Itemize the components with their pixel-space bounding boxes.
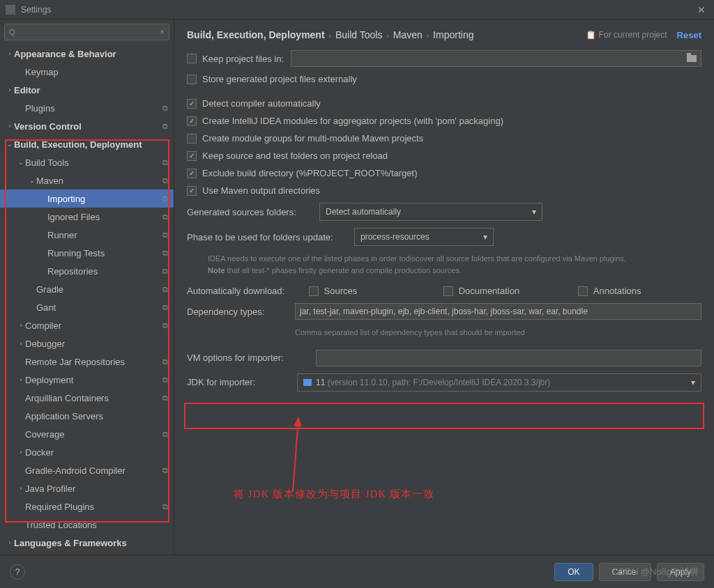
tree-item-label: Gradle-Android Compiler: [25, 465, 162, 476]
settings-tree: ›Appearance & BehaviorKeymap›EditorPlugi…: [0, 45, 174, 555]
keep-files-label: Keep project files in:: [202, 54, 284, 64]
vm-input[interactable]: [316, 350, 701, 366]
tree-item-gradle-android-compiler[interactable]: Gradle-Android Compiler⧉: [0, 461, 174, 479]
tree-item-build-tools[interactable]: ⌄Build Tools⧉: [0, 153, 174, 171]
project-scope-icon: ⧉: [162, 285, 168, 294]
tree-item-editor[interactable]: ›Editor: [0, 81, 174, 99]
detect-compiler-checkbox[interactable]: [187, 99, 197, 109]
use-maven-out-checkbox[interactable]: [187, 186, 197, 196]
tree-item-remote-jar-repositories[interactable]: Remote Jar Repositories⧉: [0, 353, 174, 371]
project-scope-icon: ⧉: [162, 303, 168, 312]
keep-files-checkbox[interactable]: [187, 54, 197, 63]
keep-folders-checkbox[interactable]: [187, 151, 197, 161]
apply-button[interactable]: Apply: [657, 563, 704, 581]
auto-dl-label: Automatically download:: [187, 286, 309, 296]
tree-item-running-tests[interactable]: Running Tests⧉: [0, 244, 174, 262]
create-groups-checkbox[interactable]: [187, 134, 197, 144]
jdk-icon: [303, 379, 312, 386]
gen-sources-dropdown[interactable]: Detect automatically: [319, 203, 542, 221]
tree-item-label: Trusted Locations: [25, 520, 168, 530]
jdk-label: JDK for importer:: [187, 377, 297, 387]
tree-item-arquillian-containers[interactable]: Arquillian Containers⧉: [0, 389, 174, 407]
tree-item-ignored-files[interactable]: Ignored Files⧉: [0, 208, 174, 226]
tree-item-languages-frameworks[interactable]: ›Languages & Frameworks: [0, 534, 174, 552]
tree-item-docker[interactable]: ›Docker: [0, 443, 174, 461]
tree-item-label: Build Tools: [25, 157, 162, 168]
chevron-icon: ⌄: [28, 177, 36, 184]
tree-item-gradle[interactable]: Gradle⧉: [0, 280, 174, 298]
sources-checkbox[interactable]: [309, 286, 319, 296]
tree-item-keymap[interactable]: Keymap: [0, 63, 174, 81]
close-icon[interactable]: ✕: [694, 4, 708, 15]
annot-checkbox[interactable]: [578, 286, 588, 296]
help-button[interactable]: ?: [10, 564, 25, 580]
tree-item-label: Ignored Files: [47, 212, 162, 222]
docs-checkbox[interactable]: [443, 286, 453, 296]
tree-item-plugins[interactable]: Plugins⧉: [0, 99, 174, 117]
ok-button[interactable]: OK: [554, 563, 593, 581]
chevron-icon: ⌄: [6, 141, 14, 148]
tree-item-label: Appearance & Behavior: [14, 49, 168, 59]
project-scope-icon: ⧉: [162, 321, 168, 330]
window-title: Settings: [21, 5, 694, 15]
tree-item-label: Coverage: [25, 429, 162, 440]
tree-item-label: Editor: [14, 85, 168, 95]
tree-item-coverage[interactable]: Coverage⧉: [0, 425, 174, 443]
create-aggregator-checkbox[interactable]: [187, 116, 197, 126]
project-scope-icon: ⧉: [162, 122, 168, 131]
tree-item-label: Plugins: [25, 103, 162, 114]
tree-item-label: Application Servers: [25, 411, 168, 421]
project-scope-icon: ⧉: [162, 267, 168, 276]
dialog-footer: ? OK Cancel Apply: [0, 555, 714, 588]
breadcrumb: Build, Execution, Deployment›Build Tools…: [187, 29, 586, 40]
chevron-icon: ⌄: [17, 159, 25, 166]
chevron-icon: ›: [17, 322, 25, 329]
chevron-icon: ›: [6, 86, 14, 93]
gen-sources-label: Generated sources folders:: [187, 207, 319, 217]
tree-item-label: Build, Execution, Deployment: [14, 139, 168, 150]
tree-item-label: Gant: [36, 302, 162, 313]
settings-sidebar: Q × ›Appearance & BehaviorKeymap›EditorP…: [0, 20, 174, 555]
phase-dropdown[interactable]: process-resources: [354, 228, 494, 246]
dep-types-input[interactable]: jar, test-jar, maven-plugin, ejb, ejb-cl…: [295, 303, 701, 320]
tree-item-application-servers[interactable]: Application Servers: [0, 407, 174, 425]
tree-item-label: Remote Jar Repositories: [25, 357, 162, 367]
search-input[interactable]: Q ×: [4, 24, 169, 40]
tree-item-gant[interactable]: Gant⧉: [0, 298, 174, 316]
keep-files-input[interactable]: [291, 50, 701, 67]
tree-item-label: Gradle: [36, 284, 162, 295]
tree-item-build-execution-deployment[interactable]: ⌄Build, Execution, Deployment: [0, 135, 174, 153]
phase-hint: IDEA needs to execute one of the listed …: [208, 253, 701, 276]
project-scope-icon: ⧉: [162, 104, 168, 113]
cancel-button[interactable]: Cancel: [599, 563, 651, 581]
tree-item-label: Importing: [47, 194, 162, 204]
tree-item-importing[interactable]: Importing⧉: [0, 189, 174, 208]
dep-types-hint: Comma separated list of dependency types…: [295, 327, 701, 339]
folder-icon[interactable]: [687, 55, 697, 62]
exclude-build-checkbox[interactable]: [187, 169, 197, 178]
tree-item-trusted-locations[interactable]: Trusted Locations: [0, 516, 174, 534]
clear-search-icon[interactable]: ×: [160, 27, 165, 37]
settings-content: Build, Execution, Deployment›Build Tools…: [174, 20, 714, 555]
store-ext-checkbox[interactable]: [187, 75, 197, 84]
chevron-icon: ›: [17, 449, 25, 456]
tree-item-compiler[interactable]: ›Compiler⧉: [0, 316, 174, 334]
tree-item-appearance-behavior[interactable]: ›Appearance & Behavior: [0, 45, 174, 63]
project-scope-icon: ⧉: [162, 376, 168, 385]
chevron-icon: ›: [6, 123, 14, 130]
reset-button[interactable]: Reset: [677, 30, 701, 40]
for-project-label: 📋 For current project: [586, 30, 667, 40]
tree-item-label: Debugger: [25, 339, 168, 349]
tree-item-maven[interactable]: ⌄Maven⧉: [0, 171, 174, 189]
tree-item-java-profiler[interactable]: ›Java Profiler: [0, 479, 174, 497]
jdk-dropdown[interactable]: 11 (version 11.0.10, path: F:/Develop/In…: [297, 373, 701, 392]
tree-item-required-plugins[interactable]: Required Plugins⧉: [0, 497, 174, 516]
dep-types-label: Dependency types:: [187, 307, 295, 317]
tree-item-deployment[interactable]: ›Deployment⧉: [0, 371, 174, 389]
tree-item-repositories[interactable]: Repositories⧉: [0, 262, 174, 280]
tree-item-label: Compiler: [25, 320, 162, 331]
tree-item-debugger[interactable]: ›Debugger: [0, 334, 174, 353]
tree-item-version-control[interactable]: ›Version Control⧉: [0, 117, 174, 135]
titlebar: Settings ✕: [0, 0, 714, 20]
tree-item-runner[interactable]: Runner⧉: [0, 226, 174, 244]
